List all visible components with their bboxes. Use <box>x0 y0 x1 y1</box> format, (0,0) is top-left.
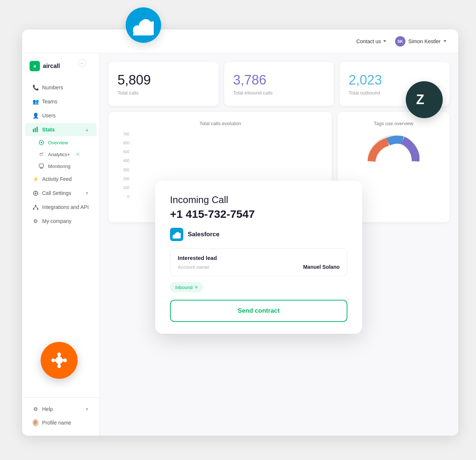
user-menu[interactable]: SK Simon Kestler <box>395 36 446 47</box>
svg-rect-11 <box>35 128 36 132</box>
analytics-icon <box>38 151 44 157</box>
sidebar-item-my-company-label: My company <box>42 218 71 224</box>
sidebar-item-activity-label: Activity Feed <box>42 176 72 182</box>
svg-rect-10 <box>33 129 34 132</box>
incoming-call-panel: Incoming Call +1 415-732-7547 Salesforce… <box>155 181 362 334</box>
sidebar-item-activity-feed[interactable]: ⚡ Activity Feed <box>25 172 96 186</box>
stats-expand-icon: ▲ <box>85 127 89 132</box>
sidebar-logo: a aircall ← <box>22 59 99 80</box>
calls-evolution-title: Total calls evolution <box>118 121 323 126</box>
salesforce-floating-logo <box>126 7 161 43</box>
contact-chevron-icon <box>383 40 386 42</box>
total-calls-card: 5,809 Total calls <box>109 62 218 106</box>
sidebar-item-users[interactable]: 👤 Users <box>25 109 96 122</box>
profile-icon: P <box>33 420 38 426</box>
sidebar-item-help-label: Help <box>42 406 53 412</box>
contact-us-label: Contact us <box>356 38 381 44</box>
sidebar-item-teams-label: Teams <box>42 99 57 104</box>
sidebar-item-integrations[interactable]: Integrations and API <box>25 200 96 214</box>
activity-feed-icon: ⚡ <box>33 176 38 182</box>
sidebar-item-call-settings[interactable]: Call Settings ▼ <box>25 186 96 200</box>
integrations-icon <box>33 204 38 210</box>
zendesk-floating-logo: Z <box>406 81 443 118</box>
call-settings-icon <box>33 190 38 196</box>
svg-rect-15 <box>39 164 44 167</box>
help-icon: ⚙ <box>33 406 38 412</box>
salesforce-source-icon <box>170 228 183 241</box>
donut-chart <box>347 134 441 163</box>
lead-title: Interested lead <box>178 255 340 261</box>
lead-row: Account owner Manuel Solano <box>178 264 340 270</box>
svg-point-20 <box>37 208 38 210</box>
tag-row: Inbound × <box>170 282 347 292</box>
incoming-call-number: +1 415-732-7547 <box>170 208 347 220</box>
sidebar-item-teams[interactable]: 👥 Teams <box>25 95 96 108</box>
svg-point-18 <box>35 205 36 206</box>
user-avatar: SK <box>395 36 405 47</box>
svg-point-17 <box>35 192 36 194</box>
svg-rect-12 <box>37 127 38 132</box>
stats-icon <box>33 127 38 133</box>
sidebar-subitem-analytics[interactable]: Analytics+ + <box>22 148 99 160</box>
overview-icon <box>38 140 44 145</box>
tags-overview-title: Tags use overview <box>347 121 441 126</box>
sidebar-item-users-label: Users <box>42 113 56 119</box>
hubspot-floating-logo <box>41 342 78 379</box>
sidebar-item-my-company[interactable]: ⚙ My company <box>25 214 96 228</box>
incoming-call-title: Incoming Call <box>170 194 347 206</box>
sidebar-item-stats-label: Stats <box>42 127 55 133</box>
phone-icon: 📞 <box>33 85 38 90</box>
lead-card: Interested lead Account owner Manuel Sol… <box>170 248 347 276</box>
sidebar-bottom: ⚙ Help ▼ P Profile name <box>22 397 99 430</box>
sidebar-subitem-overview[interactable]: Overview <box>22 137 99 148</box>
svg-rect-9 <box>59 359 65 361</box>
lead-value: Manuel Solano <box>303 264 340 270</box>
users-icon: 👤 <box>33 113 38 119</box>
svg-text:Z: Z <box>416 92 424 107</box>
stats-row: 5,809 Total calls 3,786 Total inbound ca… <box>109 62 449 106</box>
sidebar-subitem-monitoring-label: Monitoring <box>48 164 71 169</box>
sidebar-item-profile[interactable]: P Profile name <box>25 416 96 429</box>
help-expand-icon: ▼ <box>85 407 89 411</box>
call-source-name: Salesforce <box>188 231 220 238</box>
teams-icon: 👥 <box>33 99 38 104</box>
lead-label: Account owner <box>178 264 210 270</box>
call-settings-expand-icon: ▼ <box>85 191 89 195</box>
sidebar-item-stats[interactable]: Stats ▲ <box>25 123 96 136</box>
sidebar-collapse-button[interactable]: ← <box>78 59 86 67</box>
sidebar-item-numbers[interactable]: 📞 Numbers <box>25 81 96 94</box>
top-bar: Contact us SK Simon Kestler <box>22 30 458 53</box>
sidebar-item-help[interactable]: ⚙ Help ▼ <box>25 402 96 416</box>
total-calls-value: 5,809 <box>118 72 210 88</box>
arrow-left-icon: ← <box>80 61 84 65</box>
tag-remove-icon[interactable]: × <box>195 284 198 290</box>
svg-rect-8 <box>53 359 59 361</box>
send-contract-button[interactable]: Send contract <box>170 300 347 322</box>
my-company-icon: ⚙ <box>33 218 38 224</box>
monitoring-icon <box>38 163 44 169</box>
inbound-tag[interactable]: Inbound × <box>170 282 203 292</box>
tag-label: Inbound <box>175 285 193 290</box>
call-source: Salesforce <box>170 228 347 241</box>
inbound-calls-label: Total inbound calls <box>233 90 325 96</box>
inbound-calls-card: 3,786 Total inbound calls <box>224 62 334 106</box>
sidebar-item-profile-label: Profile name <box>42 420 71 426</box>
svg-point-14 <box>41 142 42 143</box>
inbound-calls-value: 3,786 <box>233 72 325 88</box>
sidebar-item-numbers-label: Numbers <box>42 85 63 90</box>
total-calls-label: Total calls <box>118 90 210 96</box>
aircall-logo-text: aircall <box>43 63 60 69</box>
svg-point-19 <box>33 208 34 210</box>
y-axis-labels: 700 600 500 400 300 200 100 0 <box>118 132 131 199</box>
contact-us-button[interactable]: Contact us <box>356 38 386 44</box>
user-name-label: Simon Kestler <box>408 38 441 44</box>
sidebar-subitem-monitoring[interactable]: Monitoring <box>22 160 99 172</box>
aircall-logo-icon: a <box>30 61 40 71</box>
sidebar-item-call-settings-label: Call Settings <box>42 190 71 196</box>
sidebar-item-integrations-label: Integrations and API <box>42 204 89 210</box>
sidebar-subitem-overview-label: Overview <box>48 140 68 145</box>
user-chevron-icon <box>443 40 446 42</box>
sidebar-subitem-analytics-label: Analytics+ <box>48 152 70 157</box>
